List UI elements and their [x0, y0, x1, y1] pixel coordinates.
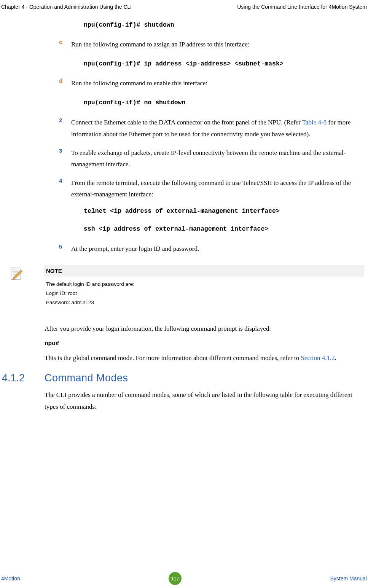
- page-content: npu(config-if)# shutdown c Run the follo…: [0, 10, 368, 413]
- num-3: 3: [59, 147, 71, 171]
- command-ipaddress: npu(config-if)# ip address <ip-address> …: [84, 60, 366, 67]
- note-line2: Login ID: root: [46, 290, 362, 297]
- num-5: 5: [59, 243, 71, 255]
- num-item-5: 5 At the prompt, enter your login ID and…: [59, 243, 366, 255]
- note-body: The default login ID and password are: L…: [44, 277, 364, 312]
- header-left: Chapter 4 - Operation and Administration…: [1, 4, 132, 10]
- header-right: Using the Command Line Interface for 4Mo…: [237, 4, 367, 10]
- note-line3: Password: admin123: [46, 299, 362, 306]
- note-title: NOTE: [46, 268, 62, 274]
- command-noshutdown: npu(config-if)# no shutdown: [84, 99, 366, 106]
- npu-prompt: npu#: [45, 340, 366, 347]
- sub-item-c: c Run the following command to assign an…: [59, 39, 366, 49]
- body-p2: This is the global command mode. For mor…: [45, 352, 366, 364]
- page-number: 117: [169, 572, 182, 585]
- body-p2-post: .: [335, 354, 336, 362]
- section-link[interactable]: Section 4.1.2: [301, 354, 335, 362]
- sub-letter-c: c: [59, 39, 71, 49]
- note-line1: The default login ID and password are:: [46, 280, 362, 288]
- num-2-pre: Connect the Ethernet cable to the DATA c…: [71, 119, 302, 126]
- page-footer: 4Motion 117 System Manual: [0, 572, 368, 585]
- note-icon: [10, 267, 23, 282]
- sub-letter-d: d: [59, 78, 71, 88]
- sub-text-d: Run the following command to enable this…: [71, 78, 207, 88]
- num-item-4: 4 From the remote terminal, execute the …: [59, 177, 366, 201]
- command-shutdown: npu(config-if)# shutdown: [84, 21, 366, 29]
- sub-item-d: d Run the following command to enable th…: [59, 78, 366, 88]
- table-link[interactable]: Table 4-8: [302, 119, 327, 126]
- num-4: 4: [59, 177, 71, 201]
- body-p1: After you provide your login information…: [45, 323, 366, 335]
- num-item-2: 2 Connect the Ethernet cable to the DATA…: [59, 117, 366, 140]
- page-header: Chapter 4 - Operation and Administration…: [0, 4, 368, 10]
- num-text-2: Connect the Ethernet cable to the DATA c…: [71, 117, 366, 140]
- footer-left: 4Motion: [1, 575, 20, 582]
- section-number: 4.1.2: [2, 372, 45, 384]
- num-item-3: 3 To enable exchange of packets, create …: [59, 147, 366, 171]
- section-title: Command Modes: [45, 372, 128, 384]
- note-block: NOTE The default login ID and password a…: [44, 265, 364, 312]
- num-text-3: To enable exchange of packets, create IP…: [71, 147, 366, 171]
- command-telnet: telnet <ip address of external-managemen…: [84, 207, 366, 215]
- command-ssh: ssh <ip address of external-management i…: [84, 225, 366, 233]
- section-heading: 4.1.2 Command Modes: [2, 372, 366, 384]
- body-p2-pre: This is the global command mode. For mor…: [45, 354, 301, 362]
- footer-right: System Manual: [330, 575, 367, 582]
- sub-text-c: Run the following command to assign an I…: [71, 39, 249, 49]
- note-header: NOTE: [44, 265, 364, 277]
- num-text-5: At the prompt, enter your login ID and p…: [71, 243, 199, 255]
- section-text: The CLI provides a number of command mod…: [45, 389, 366, 413]
- num-2: 2: [59, 117, 71, 140]
- num-text-4: From the remote terminal, execute the fo…: [71, 177, 366, 201]
